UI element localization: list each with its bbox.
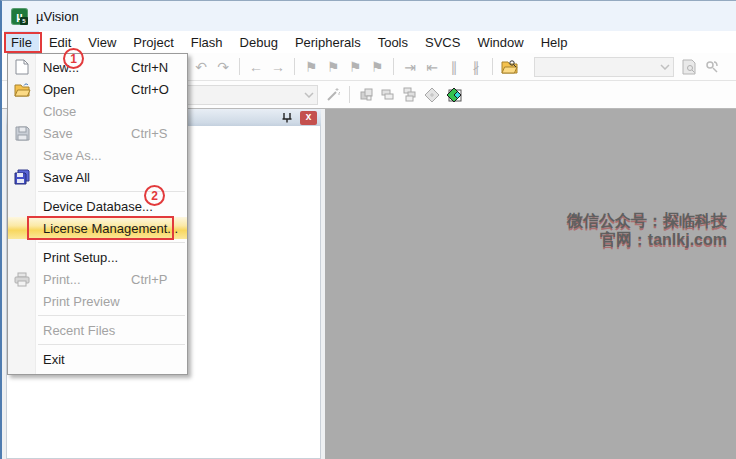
- pin-icon[interactable]: [280, 111, 294, 124]
- toolbar-separator: [393, 58, 394, 75]
- save-icon: [8, 126, 36, 141]
- menubar-item-view[interactable]: View: [81, 31, 123, 53]
- new-file-icon: [8, 59, 36, 75]
- clear-bookmarks-icon[interactable]: ⚑: [367, 57, 387, 77]
- manage-rte-icon[interactable]: [444, 85, 464, 105]
- menubar-item-tools[interactable]: Tools: [371, 31, 415, 53]
- chevron-down-icon: [300, 87, 317, 103]
- next-bookmark-icon[interactable]: ⚑: [323, 57, 343, 77]
- menu-separator: [38, 315, 185, 316]
- uncomment-icon[interactable]: ∦: [466, 57, 486, 77]
- menu-item-label: Open: [36, 82, 131, 97]
- menu-item-label: Save: [36, 126, 131, 141]
- menu-separator: [38, 344, 185, 345]
- chevron-down-icon: [656, 59, 673, 75]
- menu-item-exit[interactable]: Exit: [8, 348, 187, 370]
- build-icon[interactable]: [378, 85, 398, 105]
- editor-background: 微信公众号：探临科技 官网：tanlkj.com: [325, 109, 736, 459]
- menu-item-license-management[interactable]: License Management...: [8, 217, 187, 239]
- watermark: 微信公众号：探临科技 官网：tanlkj.com: [567, 211, 727, 249]
- menu-item-print[interactable]: Print...Ctrl+P: [8, 268, 187, 290]
- insert-bookmark-icon[interactable]: ⚑: [301, 57, 321, 77]
- title-bar: µ5 µVision: [2, 1, 736, 31]
- save-all-icon: [8, 169, 36, 185]
- menu-item-print-setup[interactable]: Print Setup...: [8, 246, 187, 268]
- menu-item-new[interactable]: New...Ctrl+N: [8, 56, 187, 78]
- options-for-target-icon[interactable]: [323, 85, 343, 105]
- indent-icon[interactable]: ⇥: [400, 57, 420, 77]
- menu-item-label: Device Database...: [36, 199, 153, 214]
- menu-item-label: Recent Files: [36, 323, 131, 338]
- menu-item-label: Print Preview: [36, 294, 131, 309]
- find-in-files-icon[interactable]: [499, 57, 519, 77]
- open-folder-icon: [8, 82, 36, 97]
- undo-icon[interactable]: ↶: [191, 57, 211, 77]
- menu-item-label: Print Setup...: [36, 250, 131, 265]
- menubar-item-debug[interactable]: Debug: [233, 31, 285, 53]
- menubar-item-help[interactable]: Help: [534, 31, 575, 53]
- redo-icon[interactable]: ↷: [213, 57, 233, 77]
- toolbar-separator: [492, 58, 493, 75]
- menu-separator: [38, 191, 185, 192]
- file-menu-dropdown: New...Ctrl+NOpenCtrl+OCloseSaveCtrl+SSav…: [7, 53, 188, 375]
- menu-item-close[interactable]: Close: [8, 100, 187, 122]
- menu-item-recent-files[interactable]: Recent Files: [8, 319, 187, 341]
- watermark-line2: 官网：tanlkj.com: [567, 230, 727, 249]
- menubar-item-window[interactable]: Window: [470, 31, 530, 53]
- search-combobox[interactable]: [534, 57, 674, 77]
- toolbar-separator: [349, 86, 350, 103]
- menubar-item-file[interactable]: File: [4, 31, 39, 53]
- menu-item-device-database[interactable]: Device Database...: [8, 195, 187, 217]
- menu-item-save-all[interactable]: Save All: [8, 166, 187, 188]
- toolbar-separator: [239, 58, 240, 75]
- batch-build-icon[interactable]: [422, 85, 442, 105]
- watermark-line1: 微信公众号：探临科技: [567, 211, 727, 230]
- menu-item-open[interactable]: OpenCtrl+O: [8, 78, 187, 100]
- menu-item-label: Print...: [36, 272, 131, 287]
- rebuild-icon[interactable]: [400, 85, 420, 105]
- previous-bookmark-icon[interactable]: ⚑: [345, 57, 365, 77]
- find-next-icon[interactable]: [701, 57, 721, 77]
- menu-item-label: Save All: [36, 170, 131, 185]
- menubar-item-project[interactable]: Project: [126, 31, 180, 53]
- menu-item-label: New...: [36, 60, 131, 75]
- menu-item-label: Exit: [36, 352, 131, 367]
- printer-icon: [8, 272, 36, 287]
- navigate-forward-icon[interactable]: →: [268, 57, 288, 77]
- translate-icon[interactable]: [356, 85, 376, 105]
- menu-item-shortcut: Ctrl+S: [131, 126, 187, 141]
- menu-item-shortcut: Ctrl+P: [131, 272, 187, 287]
- menu-bar: FileEditViewProjectFlashDebugPeripherals…: [2, 31, 736, 53]
- menubar-item-edit[interactable]: Edit: [42, 31, 78, 53]
- window-title: µVision: [36, 9, 79, 24]
- find-in-document-icon[interactable]: [679, 57, 699, 77]
- menu-item-save-as[interactable]: Save As...: [8, 144, 187, 166]
- menubar-item-flash[interactable]: Flash: [184, 31, 230, 53]
- toolbar-separator: [294, 58, 295, 75]
- close-panel-button[interactable]: x: [300, 111, 317, 125]
- menubar-item-peripherals[interactable]: Peripherals: [288, 31, 368, 53]
- menu-item-shortcut: Ctrl+N: [131, 60, 187, 75]
- comment-icon[interactable]: ∥: [444, 57, 464, 77]
- menu-item-print-preview[interactable]: Print Preview: [8, 290, 187, 312]
- menu-item-shortcut: Ctrl+O: [131, 82, 187, 97]
- navigate-back-icon[interactable]: ←: [246, 57, 266, 77]
- menu-item-label: Close: [36, 104, 131, 119]
- menu-item-label: Save As...: [36, 148, 131, 163]
- uvision-logo-icon: µ5: [11, 8, 28, 25]
- menu-separator: [38, 242, 185, 243]
- menu-item-label: License Management...: [36, 221, 178, 236]
- unindent-icon[interactable]: ⇤: [422, 57, 442, 77]
- uvision-window: µ5 µVision FileEditViewProjectFlashDebug…: [0, 0, 736, 459]
- menubar-item-svcs[interactable]: SVCS: [418, 31, 467, 53]
- menu-item-save[interactable]: SaveCtrl+S: [8, 122, 187, 144]
